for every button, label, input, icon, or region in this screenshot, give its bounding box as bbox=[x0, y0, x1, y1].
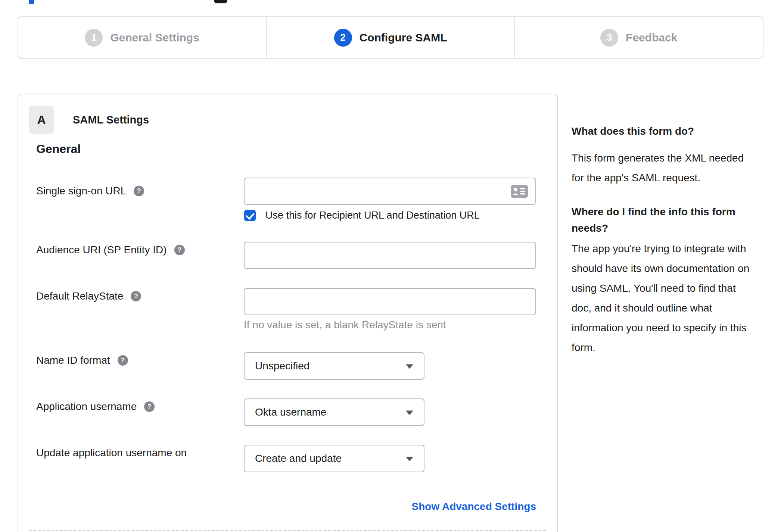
sidebar-question-line: Where do I find the info this form bbox=[572, 204, 735, 220]
sidebar-answer-line: The app you're trying to integrate with bbox=[572, 239, 749, 259]
sidebar-answer-line: doc, and it should outline what bbox=[572, 298, 749, 318]
step-general-settings[interactable]: 1 General Settings bbox=[18, 17, 266, 58]
field-label: Audience URI (SP Entity ID) bbox=[36, 244, 167, 256]
help-icon[interactable]: ? bbox=[144, 401, 155, 412]
audience-uri-label-row: Audience URI (SP Entity ID) ? bbox=[36, 244, 185, 256]
sidebar-answer-2: The app you're trying to integrate with … bbox=[572, 239, 749, 357]
sidebar-answer-line: form. bbox=[572, 338, 749, 357]
section-title: SAML Settings bbox=[73, 114, 149, 126]
recipient-url-checkbox-row: Use this for Recipient URL and Destinati… bbox=[244, 210, 480, 221]
sidebar-question-2: Where do I find the info this form needs… bbox=[572, 204, 735, 237]
sidebar-answer-line: information you need to specify in this bbox=[572, 318, 749, 338]
name-id-format-label-row: Name ID format ? bbox=[36, 354, 128, 367]
step-feedback[interactable]: 3 Feedback bbox=[514, 17, 763, 58]
card-header: A SAML Settings bbox=[29, 106, 149, 134]
step-label: General Settings bbox=[110, 31, 199, 44]
step-number-badge: 1 bbox=[85, 29, 103, 47]
recipient-url-checkbox[interactable] bbox=[244, 210, 256, 221]
update-app-username-label-row: Update application username on bbox=[36, 447, 187, 459]
field-label: Update application username on bbox=[36, 447, 187, 459]
relay-state-label-row: Default RelayState ? bbox=[36, 290, 141, 303]
wizard-stepper: 1 General Settings 2 Configure SAML 3 Fe… bbox=[18, 16, 763, 59]
field-label: Single sign-on URL bbox=[36, 185, 126, 197]
sidebar-question-line: needs? bbox=[572, 220, 735, 237]
sidebar-answer-line: should have its own documentation on bbox=[572, 259, 749, 278]
relay-state-input[interactable] bbox=[244, 288, 536, 315]
saml-settings-card: A SAML Settings General Single sign-on U… bbox=[18, 94, 558, 532]
field-label: Application username bbox=[36, 400, 137, 413]
app-username-select[interactable]: Okta username bbox=[244, 398, 424, 426]
sidebar-answer-line: This form generates the XML needed bbox=[572, 148, 744, 168]
checkbox-label: Use this for Recipient URL and Destinati… bbox=[265, 210, 480, 221]
sidebar-answer-1: This form generates the XML needed for t… bbox=[572, 148, 744, 188]
field-label: Default RelayState bbox=[36, 290, 123, 303]
show-advanced-settings-link[interactable]: Show Advanced Settings bbox=[244, 501, 536, 513]
clipped-logo-fragment bbox=[29, 0, 34, 4]
relay-state-helper-text: If no value is set, a blank RelayState i… bbox=[244, 319, 446, 331]
select-value: Create and update bbox=[255, 453, 342, 464]
configure-saml-page: 1 General Settings 2 Configure SAML 3 Fe… bbox=[0, 0, 781, 532]
step-label: Configure SAML bbox=[360, 31, 447, 44]
app-username-label-row: Application username ? bbox=[36, 400, 155, 413]
step-number-badge: 3 bbox=[600, 29, 618, 47]
select-value: Unspecified bbox=[255, 360, 309, 372]
step-label: Feedback bbox=[626, 31, 677, 44]
help-icon[interactable]: ? bbox=[118, 355, 128, 366]
sidebar-answer-line: using SAML. You'll need to find that bbox=[572, 278, 749, 298]
help-icon[interactable]: ? bbox=[131, 291, 141, 301]
update-app-username-select[interactable]: Create and update bbox=[244, 445, 424, 472]
clipped-header-icon-fragment bbox=[214, 0, 227, 3]
contact-card-icon bbox=[511, 185, 528, 198]
sidebar-answer-line: for the app's SAML request. bbox=[572, 168, 744, 188]
caret-down-icon bbox=[406, 364, 413, 369]
select-value: Okta username bbox=[255, 406, 326, 418]
sso-url-input[interactable] bbox=[244, 178, 536, 205]
help-icon[interactable]: ? bbox=[174, 245, 185, 255]
section-a-badge: A bbox=[29, 106, 54, 134]
sso-url-input-wrap bbox=[244, 178, 536, 205]
caret-down-icon bbox=[406, 457, 413, 461]
caret-down-icon bbox=[406, 410, 413, 415]
name-id-format-select[interactable]: Unspecified bbox=[244, 352, 424, 380]
step-number-badge: 2 bbox=[334, 29, 352, 47]
audience-uri-input[interactable] bbox=[244, 242, 536, 269]
sso-url-label-row: Single sign-on URL ? bbox=[36, 185, 144, 197]
general-group-heading: General bbox=[36, 142, 81, 156]
sidebar-question-1: What does this form do? bbox=[572, 123, 694, 140]
help-icon[interactable]: ? bbox=[134, 186, 144, 196]
field-label: Name ID format bbox=[36, 354, 110, 367]
step-configure-saml[interactable]: 2 Configure SAML bbox=[266, 17, 514, 58]
section-dashed-divider bbox=[29, 530, 546, 531]
